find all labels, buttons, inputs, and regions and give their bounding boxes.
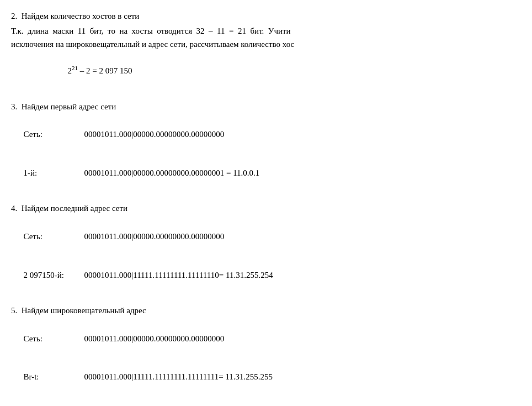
section-2: 2. Найдем количество хостов в сети Т.к. … [11, 10, 521, 91]
section-5-br: Br-t:00001011.000|11111.11111111.1111111… [11, 358, 521, 397]
section-4-last: 2 097150-й:00001011.000|11111.11111111.1… [11, 256, 521, 294]
section-5-title: 5. Найдем широковещательный адрес [11, 304, 521, 317]
formula-rest: – 2 = 2 097 150 [78, 66, 132, 75]
section-5-net: Сеть:00001011.000|00000.00000000.0000000… [11, 319, 521, 358]
section-4: 4. Найдем последний адрес сети Сеть:0000… [11, 202, 521, 294]
section-5-net-label: Сеть: [24, 333, 84, 345]
section-4-title: 4. Найдем последний адрес сети [11, 202, 521, 215]
section-2-line2: исключения на широковещательный и адрес … [11, 38, 521, 51]
section-3-first-value: 00001011.000|00000.00000000.00000001 = 1… [84, 168, 260, 177]
section-5-br-label: Br-t: [24, 371, 84, 383]
section-4-net: Сеть:00001011.000|00000.00000000.0000000… [11, 218, 521, 256]
formula-exponent: 21 [72, 65, 78, 71]
section-3-first: 1-й:00001011.000|00000.00000000.00000001… [11, 154, 521, 193]
section-3-net-label: Сеть: [24, 128, 84, 141]
section-3-first-label: 1-й: [24, 167, 84, 180]
main-content: 2. Найдем количество хостов в сети Т.к. … [11, 10, 521, 406]
formula-base: 2 [68, 66, 72, 75]
section-3-title: 3. Найдем первый адрес сети [11, 101, 521, 113]
section-5-net-value: 00001011.000|00000.00000000.00000000 [84, 334, 225, 343]
section-2-title: 2. Найдем количество хостов в сети [11, 10, 521, 23]
section-2-line1: Т.к. длина маски 11 бит, то на хосты отв… [11, 25, 521, 38]
section-5: 5. Найдем широковещательный адрес Сеть:0… [11, 304, 521, 397]
section-2-formula: 221 – 2 = 2 097 150 [55, 51, 521, 91]
section-4-net-value: 00001011.000|00000.00000000.00000000 [84, 232, 225, 241]
section-3: 3. Найдем первый адрес сети Сеть:0000101… [11, 101, 521, 193]
section-3-net-value: 00001011.000|00000.00000000.00000000 [84, 130, 225, 139]
section-4-last-value: 00001011.000|11111.11111111.11111110= 11… [84, 271, 273, 280]
section-4-last-label: 2 097150-й: [24, 269, 84, 282]
section-4-net-label: Сеть: [24, 230, 84, 243]
section-5-br-value: 00001011.000|11111.11111111.11111111= 11… [84, 372, 273, 381]
section-3-net: Сеть:00001011.000|00000.00000000.0000000… [11, 115, 521, 154]
